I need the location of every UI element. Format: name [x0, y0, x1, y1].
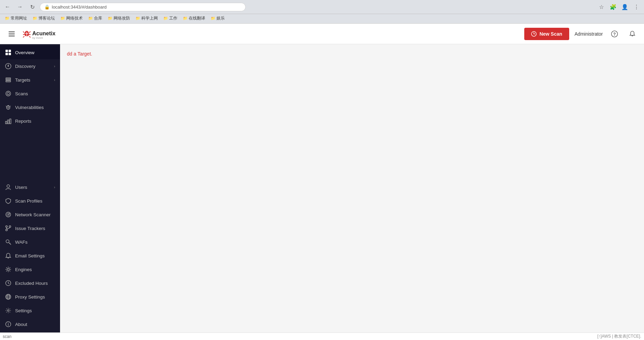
bookmarks-bar: 📁 常用网址 📁 博客论坛 📁 网络技术 📁 合库 📁 网络攻防 📁 科学上网 …: [0, 14, 644, 24]
folder-icon: 📁: [33, 16, 37, 21]
main-layout: Overview Discovery ›: [0, 44, 644, 332]
engines-svg-icon: [5, 266, 11, 272]
sidebar-gap: [0, 128, 60, 180]
svg-line-2: [29, 32, 31, 33]
settings-svg-icon: [5, 307, 11, 314]
sidebar-item-scan-profiles[interactable]: Scan Profiles: [0, 194, 60, 208]
bookmark-5[interactable]: 📁 科学上网: [133, 15, 160, 22]
layers-icon: [5, 76, 12, 83]
folder-icon: 📁: [163, 16, 168, 21]
scan-nav-icon: [5, 90, 12, 97]
sidebar-item-users[interactable]: Users ›: [0, 180, 60, 194]
app-wrapper: Acunetix by Invicti New Scan Administrat…: [0, 24, 644, 340]
svg-line-1: [23, 32, 24, 33]
email-bell-icon: [5, 252, 12, 259]
svg-line-49: [8, 283, 9, 284]
issue-trackers-label: Issue Trackers: [15, 226, 55, 231]
bookmark-7[interactable]: 📁 在线翻译: [181, 15, 207, 22]
discovery-arrow-icon: ›: [54, 64, 55, 68]
bookmark-star-button[interactable]: ☆: [597, 2, 606, 12]
sidebar: Overview Discovery ›: [0, 44, 60, 332]
reload-button[interactable]: ↻: [27, 2, 37, 12]
bookmark-6[interactable]: 📁 工作: [161, 15, 179, 22]
key-icon: [5, 239, 12, 245]
git-branch-icon: [5, 225, 12, 232]
globe-icon: [5, 293, 12, 300]
svg-text:by Invicti: by Invicti: [32, 36, 43, 39]
sidebar-item-email-settings[interactable]: Email Settings: [0, 249, 60, 263]
bookmark-0[interactable]: 📁 常用网址: [3, 15, 29, 22]
svg-rect-33: [8, 120, 9, 124]
svg-text:Acunetix: Acunetix: [32, 31, 56, 36]
hamburger-line: [9, 32, 15, 32]
help-button[interactable]: ?: [608, 28, 621, 40]
issue-trackers-svg-icon: [5, 225, 11, 231]
status-text: scan: [3, 334, 11, 339]
info-icon: [5, 321, 12, 328]
scan-profiles-svg-icon: [5, 198, 11, 204]
bookmark-2[interactable]: 📁 网络技术: [58, 15, 85, 22]
bookmark-4[interactable]: 📁 网络攻防: [106, 15, 132, 22]
svg-rect-16: [5, 53, 8, 55]
grid-icon: [5, 49, 12, 56]
forward-button[interactable]: →: [15, 2, 25, 12]
email-settings-label: Email Settings: [15, 253, 55, 258]
sidebar-item-wafs[interactable]: WAFs: [0, 235, 60, 249]
new-scan-button[interactable]: New Scan: [524, 28, 569, 40]
sidebar-item-targets[interactable]: Targets ›: [0, 73, 60, 87]
svg-point-55: [8, 310, 9, 312]
notifications-button[interactable]: [626, 28, 639, 40]
acunetix-logo: Acunetix by Invicti: [22, 28, 67, 40]
proxy-settings-svg-icon: [5, 294, 11, 300]
about-label: About: [15, 322, 55, 327]
excluded-hours-label: Excluded Hours: [15, 281, 55, 286]
sidebar-item-issue-trackers[interactable]: Issue Trackers: [0, 221, 60, 235]
about-svg-icon: [5, 321, 11, 327]
sidebar-item-overview[interactable]: Overview: [0, 46, 60, 59]
bookmark-label: 合库: [94, 15, 102, 21]
app-header: Acunetix by Invicti New Scan Administrat…: [0, 24, 644, 44]
bookmark-label: 常用网址: [11, 15, 27, 21]
status-left: scan: [3, 334, 11, 339]
admin-label[interactable]: Administrator: [575, 31, 603, 37]
help-icon: ?: [611, 31, 618, 37]
sidebar-item-vulnerabilities[interactable]: Vulnerabilities: [0, 100, 60, 114]
targets-arrow-icon: ›: [54, 78, 55, 82]
sidebar-item-network-scanner[interactable]: Network Scanner: [0, 208, 60, 221]
overview-label: Overview: [15, 50, 55, 55]
browser-right-icons: ☆ 🧩 👤 ⋮: [597, 2, 641, 12]
svg-line-28: [6, 106, 7, 107]
folder-icon: 📁: [183, 16, 188, 21]
sidebar-item-reports[interactable]: Reports: [0, 114, 60, 128]
svg-point-41: [9, 226, 11, 228]
svg-rect-22: [6, 80, 11, 81]
svg-point-43: [6, 240, 9, 243]
hamburger-line: [9, 36, 15, 36]
engines-label: Engines: [15, 267, 55, 272]
bug-icon: [5, 104, 12, 111]
address-bar[interactable]: 🔒 localhost:3443/#/dashboard: [40, 3, 246, 11]
add-target-link[interactable]: dd a Target.: [67, 51, 92, 57]
bookmark-1[interactable]: 📁 博客论坛: [31, 15, 57, 22]
svg-rect-32: [5, 121, 7, 124]
sidebar-item-scans[interactable]: Scans: [0, 87, 60, 100]
svg-point-42: [6, 229, 8, 231]
sidebar-item-settings[interactable]: Settings: [0, 304, 60, 317]
sidebar-item-about[interactable]: About: [0, 317, 60, 331]
sidebar-item-engines[interactable]: Engines: [0, 263, 60, 276]
sidebar-item-proxy-settings[interactable]: Proxy Settings: [0, 290, 60, 304]
folder-icon: 📁: [108, 16, 113, 21]
sidebar-item-discovery[interactable]: Discovery ›: [0, 59, 60, 73]
hamburger-button[interactable]: [5, 28, 18, 40]
extensions-button[interactable]: 🧩: [608, 2, 618, 12]
menu-button[interactable]: ⋮: [632, 2, 641, 12]
settings-icon: [5, 307, 12, 314]
back-button[interactable]: ←: [3, 2, 12, 12]
bookmark-3[interactable]: 📁 合库: [86, 15, 104, 22]
bookmark-8[interactable]: 📁 娱乐: [209, 15, 227, 22]
sidebar-item-excluded-hours[interactable]: Excluded Hours: [0, 276, 60, 290]
svg-point-24: [6, 91, 11, 96]
profile-button[interactable]: 👤: [620, 2, 630, 12]
reports-label: Reports: [15, 119, 55, 124]
svg-rect-14: [5, 50, 8, 52]
